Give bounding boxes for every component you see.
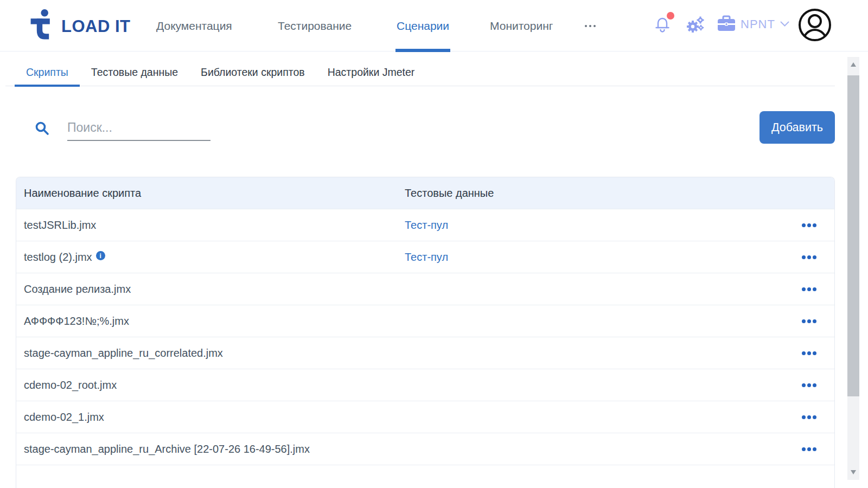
pool-link[interactable]: Тест-пул xyxy=(405,219,448,231)
tab-label: Тестовые данные xyxy=(91,66,178,79)
tab-script-libraries[interactable]: Библиотеки скриптов xyxy=(189,59,316,86)
script-name-cell: АФФФФ123!№;%.jmx xyxy=(16,315,405,328)
table-row: stage-cayman_appline_ru_Archive [22-07-2… xyxy=(16,433,834,465)
vertical-scrollbar[interactable] xyxy=(847,57,859,480)
script-name: cdemo-02_1.jmx xyxy=(24,411,104,423)
actions-cell xyxy=(783,380,834,390)
column-header-test-data: Тестовые данные xyxy=(405,187,783,200)
nav-label: Документация xyxy=(156,20,232,33)
briefcase-icon xyxy=(717,14,736,35)
nav-label: Мониторинг xyxy=(490,20,553,33)
settings-gears-icon[interactable] xyxy=(685,15,705,37)
chevron-down-icon xyxy=(780,20,789,29)
nav-label: Сценарии xyxy=(397,20,449,33)
nav-item-monitoring[interactable]: Мониторинг xyxy=(490,0,553,52)
scroll-up-arrow-icon[interactable] xyxy=(851,62,856,67)
more-menu-icon[interactable] xyxy=(585,0,596,52)
scripts-table: Наименование скрипта Тестовые данные tes… xyxy=(16,177,835,488)
scrollbar-thumb[interactable] xyxy=(847,75,859,396)
script-name-cell: testlog (2).jmxi xyxy=(16,251,405,264)
table-row: stage-cayman_appline_ru_correlated.jmx xyxy=(16,337,834,369)
table-row: АФФФФ123!№;%.jmx xyxy=(16,305,834,337)
actions-cell xyxy=(783,220,834,230)
script-name-cell: cdemo-02_root.jmx xyxy=(16,379,405,391)
tab-label: Настройки Jmeter xyxy=(328,66,415,79)
row-menu-icon[interactable] xyxy=(801,444,818,454)
actions-cell xyxy=(783,252,834,262)
add-button[interactable]: Добавить xyxy=(760,111,835,144)
script-name: cdemo-02_root.jmx xyxy=(24,379,117,391)
row-menu-icon[interactable] xyxy=(801,412,818,422)
table-row: testlog (2).jmxi Тест-пул xyxy=(16,241,834,273)
scroll-down-arrow-icon[interactable] xyxy=(851,470,856,474)
partial-next-row xyxy=(16,465,834,488)
brand-logo[interactable]: LOAD IT xyxy=(30,8,131,45)
pool-link[interactable]: Тест-пул xyxy=(405,251,448,263)
row-menu-icon[interactable] xyxy=(801,220,818,230)
script-name: stage-cayman_appline_ru_Archive [22-07-2… xyxy=(24,443,310,455)
row-menu-icon[interactable] xyxy=(801,252,818,262)
tab-scripts[interactable]: Скрипты xyxy=(15,59,80,86)
nav-item-documentation[interactable]: Документация xyxy=(156,0,232,52)
profile-avatar[interactable] xyxy=(797,8,832,44)
actions-cell xyxy=(783,284,834,294)
workspace-selector[interactable]: NPNT xyxy=(717,14,789,35)
actions-cell xyxy=(783,348,834,358)
notification-badge xyxy=(667,12,674,20)
script-name: Создание релиза.jmx xyxy=(24,283,131,295)
table-row: cdemo-02_1.jmx xyxy=(16,401,834,433)
search-icon xyxy=(35,121,49,138)
nav-item-testing[interactable]: Тестирование xyxy=(278,0,352,52)
table-row: Создание релиза.jmx xyxy=(16,273,834,305)
workspace-name: NPNT xyxy=(741,17,775,31)
nav-item-scenarios[interactable]: Сценарии xyxy=(397,0,449,52)
row-menu-icon[interactable] xyxy=(801,316,818,326)
script-name-cell: stage-cayman_appline_ru_Archive [22-07-2… xyxy=(16,443,405,455)
script-name: АФФФФ123!№;%.jmx xyxy=(24,315,129,327)
actions-cell xyxy=(783,316,834,326)
info-icon[interactable]: i xyxy=(96,251,105,260)
script-name: testlog (2).jmx xyxy=(24,251,92,263)
script-name-cell: testJSRLib.jmx xyxy=(16,219,405,232)
search-input[interactable] xyxy=(67,115,210,141)
table-header-row: Наименование скрипта Тестовые данные xyxy=(16,177,834,209)
row-menu-icon[interactable] xyxy=(801,380,818,390)
sub-tab-bar: Скрипты Тестовые данные Библиотеки скрип… xyxy=(5,59,835,86)
logo-t-icon xyxy=(30,8,56,45)
pool-cell: Тест-пул xyxy=(405,219,783,232)
brand-name: LOAD IT xyxy=(61,17,131,36)
script-name: testJSRLib.jmx xyxy=(24,219,96,231)
tab-label: Скрипты xyxy=(26,66,68,79)
script-name: stage-cayman_appline_ru_correlated.jmx xyxy=(24,347,223,359)
app-header: LOAD IT Документация Тестирование Сценар… xyxy=(0,0,868,52)
tab-label: Библиотеки скриптов xyxy=(201,66,305,79)
script-name-cell: stage-cayman_appline_ru_correlated.jmx xyxy=(16,347,405,359)
script-name-cell: cdemo-02_1.jmx xyxy=(16,411,405,423)
column-header-script-name: Наименование скрипта xyxy=(16,187,405,200)
actions-cell xyxy=(783,444,834,454)
pool-cell: Тест-пул xyxy=(405,251,783,264)
row-menu-icon[interactable] xyxy=(801,348,818,358)
table-row: testJSRLib.jmx Тест-пул xyxy=(16,209,834,241)
script-name-cell: Создание релиза.jmx xyxy=(16,283,405,296)
actions-cell xyxy=(783,412,834,422)
nav-label: Тестирование xyxy=(278,20,352,33)
notifications-bell-icon[interactable] xyxy=(654,15,671,36)
table-row: cdemo-02_root.jmx xyxy=(16,369,834,401)
tab-jmeter-settings[interactable]: Настройки Jmeter xyxy=(316,59,426,86)
tab-test-data[interactable]: Тестовые данные xyxy=(80,59,189,86)
row-menu-icon[interactable] xyxy=(801,284,818,294)
